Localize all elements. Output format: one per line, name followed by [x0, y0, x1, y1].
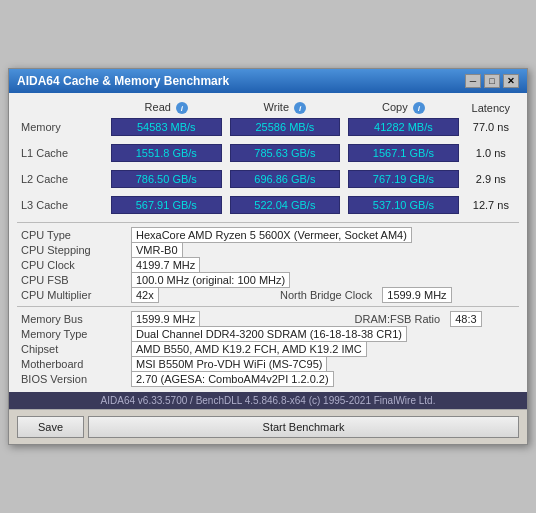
copy-header: Copy i — [344, 99, 463, 117]
bench-latency-value: 12.7 ns — [463, 194, 519, 216]
memory-type-label: Memory Type — [17, 326, 127, 341]
cpu-multiplier-value: 42x — [131, 287, 159, 303]
memory-type-row: Memory Type Dual Channel DDR4-3200 SDRAM… — [17, 326, 519, 341]
bench-latency-value: 2.9 ns — [463, 168, 519, 190]
save-button[interactable]: Save — [17, 416, 84, 438]
start-benchmark-button[interactable]: Start Benchmark — [88, 416, 519, 438]
cpu-clock-row: CPU Clock 4199.7 MHz — [17, 257, 519, 272]
chipset-row: Chipset AMD B550, AMD K19.2 FCH, AMD K19… — [17, 341, 519, 356]
footer-text: AIDA64 v6.33.5700 / BenchDLL 4.5.846.8-x… — [101, 395, 436, 406]
dram-fsb-value: 48:3 — [450, 311, 481, 327]
cpu-stepping-row: CPU Stepping VMR-B0 — [17, 242, 519, 257]
cpu-type-row: CPU Type HexaCore AMD Ryzen 5 5600X (Ver… — [17, 227, 519, 242]
bench-read-value: 567.91 GB/s — [111, 196, 222, 214]
bench-row: L2 Cache 786.50 GB/s 696.86 GB/s 767.19 … — [17, 168, 519, 190]
window-title: AIDA64 Cache & Memory Benchmark — [17, 74, 229, 88]
bench-read-value: 786.50 GB/s — [111, 170, 222, 188]
bench-row-name: Memory — [17, 116, 107, 138]
bench-copy-value: 537.10 GB/s — [348, 196, 459, 214]
bench-copy-value: 1567.1 GB/s — [348, 144, 459, 162]
bench-row: L3 Cache 567.91 GB/s 522.04 GB/s 537.10 … — [17, 194, 519, 216]
cpu-multiplier-label: CPU Multiplier — [17, 287, 127, 302]
title-bar-buttons: ─ □ ✕ — [465, 74, 519, 88]
write-info-icon[interactable]: i — [294, 102, 306, 114]
bench-write-value: 696.86 GB/s — [230, 170, 341, 188]
button-bar: Save Start Benchmark — [9, 409, 527, 444]
bench-read-value: 54583 MB/s — [111, 118, 222, 136]
bench-read-value: 1551.8 GB/s — [111, 144, 222, 162]
chipset-value: AMD B550, AMD K19.2 FCH, AMD K19.2 IMC — [131, 341, 367, 357]
memory-info-table: Memory Bus 1599.9 MHz DRAM:FSB Ratio 48:… — [17, 311, 519, 386]
cpu-multiplier-row: CPU Multiplier 42x North Bridge Clock 15… — [17, 287, 519, 302]
bench-write-value: 522.04 GB/s — [230, 196, 341, 214]
cpu-fsb-row: CPU FSB 100.0 MHz (original: 100 MHz) — [17, 272, 519, 287]
main-window: AIDA64 Cache & Memory Benchmark ─ □ ✕ Re… — [8, 68, 528, 446]
bench-row-name: L2 Cache — [17, 168, 107, 190]
cpu-fsb-value: 100.0 MHz (original: 100 MHz) — [131, 272, 290, 288]
maximize-button[interactable]: □ — [484, 74, 500, 88]
cpu-fsb-label: CPU FSB — [17, 272, 127, 287]
bench-write-value: 25586 MB/s — [230, 118, 341, 136]
bench-copy-value: 767.19 GB/s — [348, 170, 459, 188]
cpu-clock-value: 4199.7 MHz — [131, 257, 200, 273]
bios-value: 2.70 (AGESA: ComboAM4v2PI 1.2.0.2) — [131, 371, 334, 387]
cpu-type-label: CPU Type — [17, 227, 127, 242]
latency-header: Latency — [463, 99, 519, 117]
bench-row-name: L3 Cache — [17, 194, 107, 216]
motherboard-row: Motherboard MSI B550M Pro-VDH WiFi (MS-7… — [17, 356, 519, 371]
bench-latency-value: 77.0 ns — [463, 116, 519, 138]
bench-latency-value: 1.0 ns — [463, 142, 519, 164]
memory-bus-label: Memory Bus — [17, 311, 127, 326]
motherboard-label: Motherboard — [17, 356, 127, 371]
write-header: Write i — [226, 99, 345, 117]
memory-bus-value: 1599.9 MHz — [131, 311, 200, 327]
cpu-info-table: CPU Type HexaCore AMD Ryzen 5 5600X (Ver… — [17, 227, 519, 302]
read-header: Read i — [107, 99, 226, 117]
nb-clock-value: 1599.9 MHz — [382, 287, 451, 303]
cpu-clock-label: CPU Clock — [17, 257, 127, 272]
memory-bus-row: Memory Bus 1599.9 MHz DRAM:FSB Ratio 48:… — [17, 311, 519, 326]
bench-write-value: 785.63 GB/s — [230, 144, 341, 162]
copy-info-icon[interactable]: i — [413, 102, 425, 114]
motherboard-value: MSI B550M Pro-VDH WiFi (MS-7C95) — [131, 356, 327, 372]
cpu-stepping-value: VMR-B0 — [131, 242, 183, 258]
minimize-button[interactable]: ─ — [465, 74, 481, 88]
bench-row-name: L1 Cache — [17, 142, 107, 164]
cpu-type-value: HexaCore AMD Ryzen 5 5600X (Vermeer, Soc… — [131, 227, 412, 243]
footer-bar: AIDA64 v6.33.5700 / BenchDLL 4.5.846.8-x… — [9, 392, 527, 409]
nb-clock-label: North Bridge Clock — [280, 289, 372, 301]
cpu-stepping-label: CPU Stepping — [17, 242, 127, 257]
bench-row: L1 Cache 1551.8 GB/s 785.63 GB/s 1567.1 … — [17, 142, 519, 164]
dram-fsb-label: DRAM:FSB Ratio — [355, 313, 441, 325]
main-content: Read i Write i Copy i Latency — [9, 93, 527, 393]
read-info-icon[interactable]: i — [176, 102, 188, 114]
memory-type-value: Dual Channel DDR4-3200 SDRAM (16-18-18-3… — [131, 326, 407, 342]
bench-copy-value: 41282 MB/s — [348, 118, 459, 136]
title-bar: AIDA64 Cache & Memory Benchmark ─ □ ✕ — [9, 69, 527, 93]
close-button[interactable]: ✕ — [503, 74, 519, 88]
bench-row: Memory 54583 MB/s 25586 MB/s 41282 MB/s … — [17, 116, 519, 138]
bios-row: BIOS Version 2.70 (AGESA: ComboAM4v2PI 1… — [17, 371, 519, 386]
chipset-label: Chipset — [17, 341, 127, 356]
benchmark-table: Read i Write i Copy i Latency — [17, 99, 519, 217]
bios-label: BIOS Version — [17, 371, 127, 386]
